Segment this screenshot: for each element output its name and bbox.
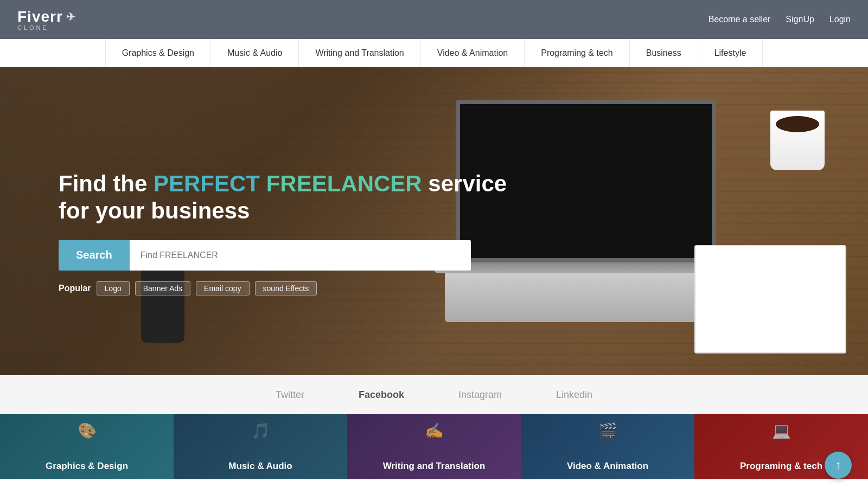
logo-text: Fiverr [17,8,63,25]
social-facebook[interactable]: Facebook [359,389,404,401]
popular-tag-logo[interactable]: Logo [97,281,130,295]
hero-coffee-decoration [760,111,835,192]
logo-icon: ✈ [66,10,76,23]
card-label-video: Video & Animation [521,461,694,472]
nav-item-video[interactable]: Video & Animation [421,39,525,67]
hero-headline: Find the PERFECT FREELANCER service for … [59,170,531,225]
headline-perfect: PERFECT [154,171,266,196]
main-nav: Graphics & Design Music & Audio Writing … [0,39,868,67]
programming-icon: 💻 [772,422,791,440]
login-link[interactable]: Login [829,15,851,24]
writing-icon: ✍ [425,422,444,440]
scroll-to-top-button[interactable]: ↑ [825,452,852,479]
card-video[interactable]: 🎬 Video & Animation [521,414,694,479]
hero-content: Find the PERFECT FREELANCER service for … [59,170,531,295]
video-icon: 🎬 [598,422,617,440]
logo-sub: CLONE [17,24,76,31]
social-twitter[interactable]: Twitter [276,389,304,401]
graphics-icon: 🎨 [78,422,97,440]
card-label-graphics: Graphics & Design [0,461,174,472]
card-music[interactable]: 🎵 Music & Audio [174,414,347,479]
nav-item-business[interactable]: Business [630,39,698,67]
popular-row: Popular Logo Banner Ads Email copy sound… [59,281,531,295]
coffee-liquid [776,116,819,132]
coffee-cup [770,111,825,170]
nav-item-music[interactable]: Music & Audio [211,39,299,67]
header-nav: Become a seller SignUp Login [709,15,851,24]
hero-section: Find the PERFECT FREELANCER service for … [0,67,868,375]
nav-item-writing[interactable]: Writing and Translation [299,39,420,67]
nav-item-programming[interactable]: Programing & tech [525,39,630,67]
card-label-writing: Writing and Translation [347,461,521,472]
music-icon: 🎵 [251,422,270,440]
category-cards-row: 🎨 Graphics & Design 🎵 Music & Audio ✍ Wr… [0,414,868,479]
card-label-music: Music & Audio [174,461,347,472]
nav-item-graphics[interactable]: Graphics & Design [105,39,211,67]
become-seller-link[interactable]: Become a seller [709,15,771,24]
popular-tag-email-copy[interactable]: Email copy [196,281,249,295]
popular-tag-sound-effects[interactable]: sound Effects [255,281,317,295]
social-bar: Twitter Facebook Instagram Linkedin [0,375,868,414]
logo-main: Fiverr ✈ [17,8,76,25]
search-bar: Search [59,240,471,271]
nav-item-lifestyle[interactable]: Lifestyle [698,39,763,67]
popular-label: Popular [59,284,91,293]
headline-freelancer: FREELANCER [266,171,422,196]
signup-link[interactable]: SignUp [786,15,814,24]
logo: Fiverr ✈ CLONE [17,8,76,31]
social-linkedin[interactable]: Linkedin [556,389,592,401]
headline-part1: Find the [59,171,154,196]
search-input[interactable] [130,240,471,271]
card-writing[interactable]: ✍ Writing and Translation [347,414,521,479]
top-header: Fiverr ✈ CLONE Become a seller SignUp Lo… [0,0,868,39]
search-button[interactable]: Search [59,240,130,271]
card-graphics[interactable]: 🎨 Graphics & Design [0,414,174,479]
hero-notebook-decoration [694,245,846,353]
social-instagram[interactable]: Instagram [458,389,502,401]
popular-tag-banner-ads[interactable]: Banner Ads [135,281,190,295]
